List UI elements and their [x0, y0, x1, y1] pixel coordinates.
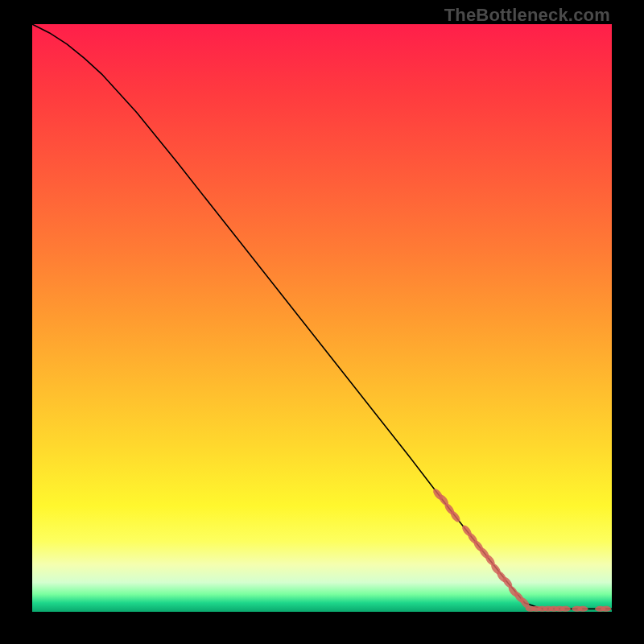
watermark-text: TheBottleneck.com: [444, 5, 610, 26]
plot-area: [32, 24, 612, 612]
gradient-background: [32, 24, 612, 612]
chart-svg: [32, 24, 612, 612]
data-marker: [578, 606, 588, 612]
chart-frame: TheBottleneck.com: [0, 0, 644, 644]
data-marker: [601, 606, 611, 612]
data-marker: [560, 606, 571, 612]
